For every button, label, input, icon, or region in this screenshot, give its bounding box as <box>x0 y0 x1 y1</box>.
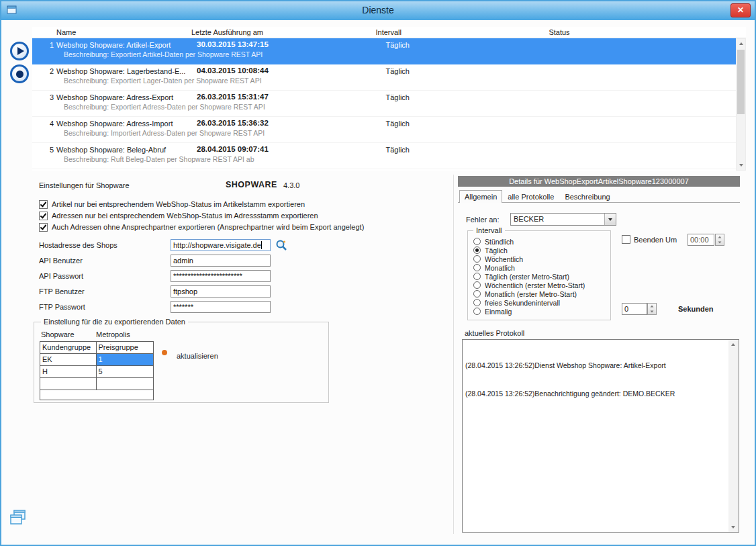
spin-down-icon[interactable] <box>648 309 656 314</box>
table-row[interactable]: 3 Webshop Shopware: Adress-Export Beschr… <box>32 91 736 117</box>
cell-kundengruppe[interactable]: EK <box>40 354 97 366</box>
checkbox-label: Auch Adressen ohne Ansprechpartner expor… <box>52 223 364 231</box>
services-table-header: Name Letzte Ausführung am Intervall Stat… <box>32 27 746 38</box>
close-button[interactable]: ✕ <box>730 3 751 17</box>
column-header-interval[interactable]: Intervall <box>321 28 401 36</box>
tab-allgemein[interactable]: Allgemein <box>459 190 502 203</box>
ftp-user-input[interactable] <box>171 285 271 298</box>
radio-woechentlich-metro[interactable] <box>473 281 481 289</box>
column-header-status[interactable]: Status <box>516 28 603 36</box>
protokoll-label: aktuelles Protokoll <box>465 329 524 337</box>
service-interval: Täglich <box>321 93 410 101</box>
radio-label: Einmalig <box>485 308 512 316</box>
scroll-up-icon[interactable] <box>728 340 737 349</box>
stop-service-button[interactable] <box>10 64 29 83</box>
host-label: Hostadresse des Shops <box>39 241 117 249</box>
radio-freies-sekundenintervall[interactable] <box>473 299 481 306</box>
beenden-time-input[interactable]: 00:00 <box>688 234 714 246</box>
column-header-name[interactable]: Name <box>56 28 76 36</box>
details-tabs: Allgemein alle Protokolle Beschreibung <box>458 188 740 203</box>
cell-preisgruppe[interactable]: 1 <box>97 354 154 366</box>
check-icon <box>40 200 47 207</box>
host-input[interactable]: http://shopware.visigate.de <box>171 239 271 251</box>
radio-taeglich[interactable] <box>473 246 481 254</box>
row-number: 4 <box>38 120 54 128</box>
cascade-windows-icon[interactable] <box>9 509 27 529</box>
record-icon <box>16 71 23 78</box>
table-row[interactable] <box>40 378 153 390</box>
tab-alle-protokolle[interactable]: alle Protokolle <box>502 191 559 203</box>
checkbox-label: Adressen nur bei entsprechendem WebShop-… <box>52 212 318 220</box>
table-row[interactable]: 1 Webshop Shopware: Artikel-Export Besch… <box>32 38 736 64</box>
beenden-um-checkbox[interactable] <box>622 235 630 244</box>
column-header-preisgruppe[interactable]: Preisgruppe <box>97 342 154 354</box>
refresh-icon[interactable] <box>162 350 167 355</box>
column-header-last-run[interactable]: Letzte Ausführung am <box>191 28 263 36</box>
checkbox-ansprechpartner-export[interactable] <box>39 223 48 232</box>
protocol-log[interactable]: (28.04.2015 13:26:52)Dienst Webshop Shop… <box>462 339 739 533</box>
spin-up-icon[interactable] <box>648 304 656 309</box>
radio-label: Wöchentlich (erster Metro-Start) <box>485 281 585 289</box>
price-table-header: Kundengruppe Preisgruppe <box>40 342 153 354</box>
fehler-an-select[interactable]: BECKER <box>510 213 616 226</box>
refresh-button[interactable]: aktualisieren <box>177 352 218 360</box>
titlebar[interactable]: Dienste ✕ <box>1 1 755 20</box>
beenden-time-spinner[interactable] <box>715 234 724 246</box>
scrollbar-thumb[interactable] <box>737 50 745 114</box>
seconds-label: Sekunden <box>678 305 714 313</box>
cell-preisgruppe[interactable] <box>97 378 154 390</box>
table-scrollbar[interactable] <box>736 38 746 171</box>
log-line: (28.04.2015 13:26:52)Benachrichtigung ge… <box>465 389 728 398</box>
table-row[interactable]: 2 Webshop Shopware: Lagerbestand-E... Be… <box>32 64 736 91</box>
shopware-brand: SHOPWARE <box>226 180 277 189</box>
api-user-label: API Benutzer <box>39 257 83 265</box>
scroll-down-icon[interactable] <box>737 161 745 170</box>
ftp-password-input[interactable] <box>171 301 271 313</box>
scroll-down-icon[interactable] <box>728 522 737 532</box>
table-row[interactable]: H 5 <box>40 366 153 378</box>
api-password-input[interactable] <box>171 270 271 282</box>
check-icon <box>40 223 47 230</box>
panel-divider <box>453 175 454 534</box>
api-user-input[interactable] <box>171 255 271 267</box>
radio-taeglich-metro[interactable] <box>473 273 481 280</box>
service-name: Webshop Shopware: Beleg-Abruf <box>56 146 166 154</box>
chevron-down-icon[interactable] <box>604 214 616 225</box>
service-interval: Täglich <box>321 120 410 128</box>
table-row[interactable]: 4 Webshop Shopware: Adress-Import Beschr… <box>32 117 736 143</box>
cell-kundengruppe[interactable]: H <box>40 366 97 378</box>
seconds-spinner[interactable] <box>647 303 657 315</box>
radio-monatlich[interactable] <box>473 264 481 271</box>
dienste-window: Dienste ✕ Name Letzte Ausführung am Inte… <box>0 0 756 546</box>
table-row[interactable]: EK 1 <box>40 354 153 366</box>
export-group-legend: Einstellung für die zu exportierenden Da… <box>41 318 188 326</box>
radio-einmalig[interactable] <box>473 308 481 315</box>
radio-woechentlich[interactable] <box>473 255 481 263</box>
price-group-table: Kundengruppe Preisgruppe EK 1 H 5 <box>40 341 154 400</box>
table-row[interactable]: 5 Webshop Shopware: Beleg-Abruf Beschrei… <box>32 143 736 169</box>
spin-down-icon[interactable] <box>716 240 724 245</box>
details-header: Details für WebShopExportArtikelShopware… <box>458 176 740 187</box>
checkbox-adressen-webshop-status[interactable] <box>39 212 48 220</box>
service-last-run: 26.03.2015 15:31:47 <box>197 93 269 101</box>
play-icon <box>17 47 24 55</box>
seconds-input[interactable]: 0 <box>622 303 647 315</box>
radio-monatlich-metro[interactable] <box>473 290 481 298</box>
scroll-up-icon[interactable] <box>737 39 745 48</box>
spin-up-icon[interactable] <box>716 234 724 240</box>
search-icon[interactable] <box>275 239 287 253</box>
cell-kundengruppe[interactable] <box>40 378 97 390</box>
radio-stuendlich[interactable] <box>473 238 481 245</box>
checkbox-artikel-webshop-status[interactable] <box>39 200 48 209</box>
radio-label: Monatlich <box>485 264 515 272</box>
column-header-kundengruppe[interactable]: Kundengruppe <box>40 342 97 354</box>
service-description: Beschreibung: Exportiert Lager-Daten per… <box>64 77 262 85</box>
tab-beschreibung[interactable]: Beschreibung <box>559 191 615 203</box>
cell-preisgruppe[interactable]: 5 <box>97 366 154 378</box>
start-service-button[interactable] <box>10 42 29 60</box>
interval-legend: Intervall <box>473 226 505 234</box>
shopware-settings-panel: Einstellungen für Shopware SHOPWARE 4.3.… <box>32 173 455 539</box>
row-number: 5 <box>38 146 54 154</box>
service-name: Webshop Shopware: Lagerbestand-E... <box>56 67 185 75</box>
log-scrollbar[interactable] <box>728 340 739 532</box>
